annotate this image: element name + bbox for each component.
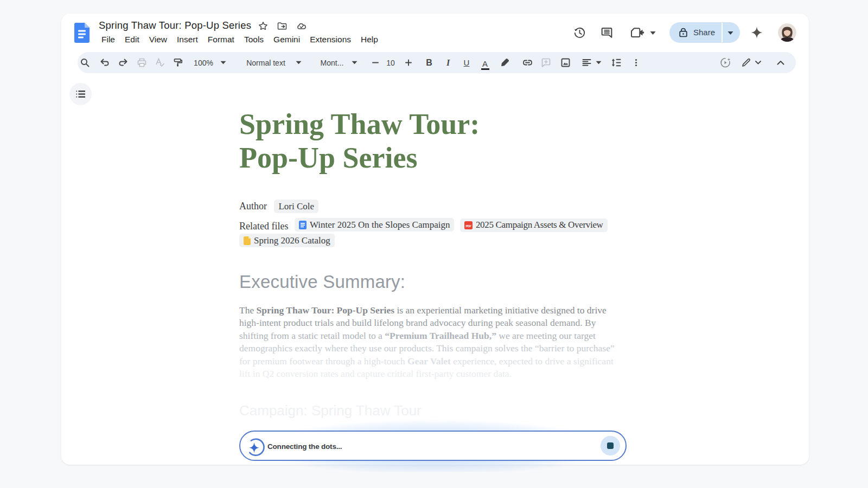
svg-text:PDF: PDF	[465, 224, 471, 227]
